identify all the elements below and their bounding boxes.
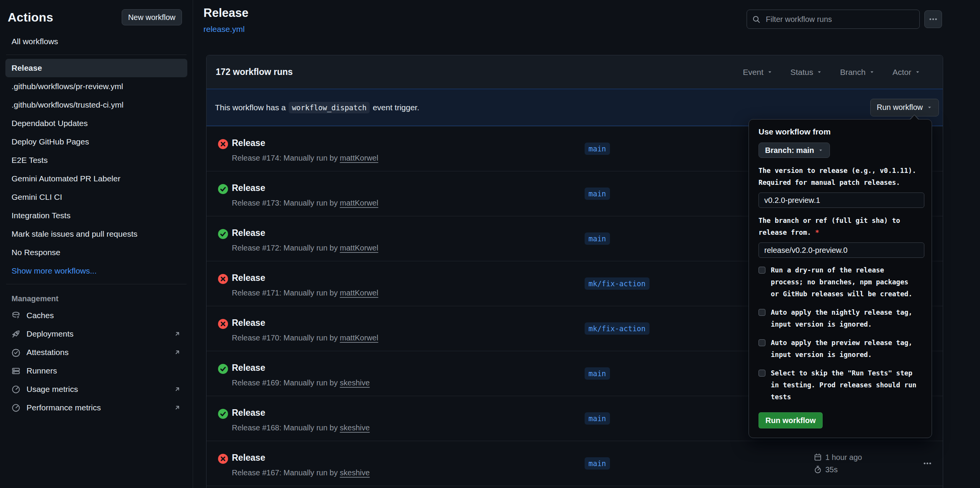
management-item-label: Attestations — [26, 348, 69, 357]
ref-input[interactable] — [759, 242, 924, 258]
run-description: Release #173: Manually run by mattKorwel — [232, 199, 378, 207]
branch-badge[interactable]: mk/fix-action — [585, 277, 649, 290]
workflow-options-kebab-button[interactable] — [924, 10, 942, 28]
sidebar-item-trusted-ci[interactable]: .github/workflows/trusted-ci.yml — [5, 96, 187, 114]
sidebar-item-all-workflows[interactable]: All workflows — [5, 32, 187, 51]
verified-icon — [12, 348, 20, 357]
workflow-file-link[interactable]: release.yml — [203, 25, 248, 34]
dry-run-checkbox-label[interactable]: Run a dry-run of the release process; no… — [771, 264, 917, 300]
failure-icon — [218, 319, 228, 329]
skip-tests-checkbox-label[interactable]: Select to skip the "Run Tests" step in t… — [771, 367, 917, 403]
run-title-link[interactable]: Release — [232, 228, 265, 238]
actor-link[interactable]: mattKorwel — [340, 289, 378, 297]
run-title-link[interactable]: Release — [232, 138, 265, 148]
actor-link[interactable]: mattKorwel — [340, 154, 378, 162]
rocket-icon — [12, 330, 20, 339]
kebab-horizontal-icon — [929, 15, 937, 23]
page-title: Release — [203, 6, 248, 20]
run-title-link[interactable]: Release — [232, 363, 265, 373]
failure-icon — [218, 139, 228, 149]
branch-badge[interactable]: mk/fix-action — [585, 322, 649, 335]
run-description: Release #167: Manually run by skeshive — [232, 468, 370, 477]
search-icon — [752, 15, 760, 23]
run-title-link[interactable]: Release — [232, 453, 265, 463]
sidebar-item-usage-metrics[interactable]: Usage metrics — [5, 380, 187, 398]
actor-link[interactable]: mattKorwel — [340, 199, 378, 207]
sidebar-item-pr-review[interactable]: .github/workflows/pr-review.yml — [5, 77, 187, 96]
sidebar-item-runners[interactable]: Runners — [5, 362, 187, 380]
branch-badge[interactable]: main — [585, 412, 610, 425]
dry-run-checkbox-row: Run a dry-run of the release process; no… — [759, 264, 924, 300]
run-description: Release #174: Manually run by mattKorwel — [232, 154, 378, 163]
branch-selector-button[interactable]: Branch: main — [759, 143, 830, 158]
actor-link[interactable]: skeshive — [340, 378, 370, 387]
workflow-dispatch-code: workflow_dispatch — [289, 102, 369, 113]
sidebar-item-deploy-github-pages[interactable]: Deploy GitHub Pages — [5, 133, 187, 151]
filter-branch[interactable]: Branch — [840, 68, 875, 77]
actor-link[interactable]: skeshive — [340, 468, 370, 477]
sidebar-item-mark-stale[interactable]: Mark stale issues and pull requests — [5, 225, 187, 243]
management-divider — [6, 284, 187, 284]
success-icon — [218, 184, 228, 194]
chevron-down-icon — [816, 69, 822, 75]
external-link-icon — [174, 330, 181, 338]
chevron-down-icon — [927, 105, 932, 110]
run-title-link[interactable]: Release — [232, 183, 265, 193]
filter-event[interactable]: Event — [743, 68, 773, 77]
sidebar-item-performance-metrics[interactable]: Performance metrics — [5, 398, 187, 417]
server-icon — [12, 367, 20, 375]
show-more-workflows-link[interactable]: Show more workflows... — [5, 262, 187, 280]
sidebar-item-integration-tests[interactable]: Integration Tests — [5, 206, 187, 225]
sidebar-item-e2e-tests[interactable]: E2E Tests — [5, 151, 187, 169]
dry-run-checkbox[interactable] — [759, 267, 765, 274]
branch-badge[interactable]: main — [585, 457, 610, 470]
sidebar-item-attestations[interactable]: Attestations — [5, 343, 187, 362]
skip-tests-checkbox[interactable] — [759, 370, 765, 377]
branch-badge[interactable]: main — [585, 188, 610, 200]
cache-icon — [12, 311, 20, 320]
run-title-link[interactable]: Release — [232, 318, 265, 328]
sidebar-item-deployments[interactable]: Deployments — [5, 325, 187, 343]
stopwatch-icon — [814, 466, 822, 474]
external-link-icon — [174, 404, 181, 412]
next-run-row-partial — [207, 486, 943, 488]
failure-icon — [218, 454, 228, 464]
new-workflow-button[interactable]: New workflow — [122, 9, 182, 25]
sidebar-item-release[interactable]: Release — [5, 59, 187, 77]
management-item-label: Usage metrics — [26, 385, 78, 394]
filter-workflow-runs-search[interactable] — [747, 10, 920, 29]
run-time: 1 hour ago — [825, 453, 862, 462]
run-workflow-dropdown-button[interactable]: Run workflow — [870, 99, 939, 116]
run-options-kebab[interactable] — [920, 456, 935, 471]
runs-list-header: 172 workflow runs Event Status Branch Ac… — [207, 55, 943, 89]
sidebar-item-gemini-cli-ci[interactable]: Gemini CLI CI — [5, 188, 187, 206]
nightly-tag-checkbox[interactable] — [759, 309, 765, 316]
actor-link[interactable]: skeshive — [340, 423, 370, 432]
sidebar-title: Actions — [8, 10, 53, 25]
sidebar-header: Actions New workflow — [0, 0, 193, 32]
sidebar-item-no-response[interactable]: No Response — [5, 243, 187, 262]
sidebar-item-gemini-pr-labeler[interactable]: Gemini Automated PR Labeler — [5, 169, 187, 188]
sidebar-item-dependabot-updates[interactable]: Dependabot Updates — [5, 114, 187, 133]
filter-actor[interactable]: Actor — [892, 68, 921, 77]
search-input[interactable] — [765, 15, 914, 24]
nightly-tag-checkbox-row: Auto apply the nightly release tag, inpu… — [759, 307, 924, 330]
success-icon — [218, 364, 228, 374]
chevron-down-icon — [915, 69, 921, 75]
actor-link[interactable]: mattKorwel — [340, 244, 378, 252]
run-title-link[interactable]: Release — [232, 273, 265, 283]
run-title-link[interactable]: Release — [232, 408, 265, 418]
branch-badge[interactable]: main — [585, 367, 610, 380]
branch-badge[interactable]: main — [585, 232, 610, 245]
version-input[interactable] — [759, 193, 924, 208]
filter-status[interactable]: Status — [790, 68, 823, 77]
preview-tag-checkbox-label[interactable]: Auto apply the preview release tag, inpu… — [771, 337, 917, 361]
run-workflow-submit-button[interactable]: Run workflow — [759, 412, 823, 428]
sidebar-item-caches[interactable]: Caches — [5, 306, 187, 325]
run-workflow-popover: Use workflow from Branch: main The versi… — [749, 119, 932, 438]
nightly-tag-checkbox-label[interactable]: Auto apply the nightly release tag, inpu… — [771, 307, 917, 330]
actor-link[interactable]: mattKorwel — [340, 334, 378, 342]
preview-tag-checkbox[interactable] — [759, 339, 765, 346]
use-workflow-from-heading: Use workflow from — [759, 127, 924, 136]
branch-badge[interactable]: main — [585, 143, 610, 155]
